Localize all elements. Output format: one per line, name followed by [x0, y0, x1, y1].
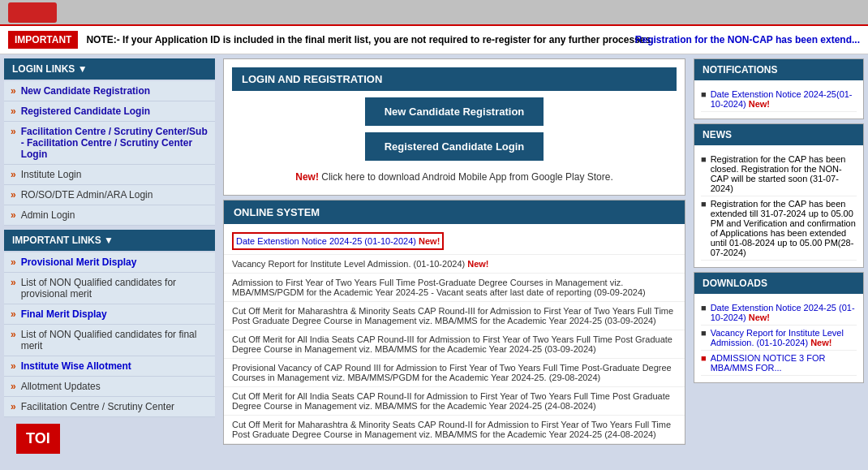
sidebar-item-registered-login[interactable]: » Registered Candidate Login — [4, 101, 215, 122]
download-link-2: ADMISSION NOTICE 3 FOR MBA/MMS FOR... — [711, 353, 857, 373]
bullet-icon: ■ — [701, 303, 707, 313]
download-link-0: Date Extenstion Notice 2024-25 (01-10-20… — [711, 303, 857, 322]
bullet-icon: ■ — [701, 89, 707, 99]
news-text-5: Provisional Vacancy of CAP Round III for… — [232, 363, 672, 382]
news-item-2[interactable]: Admission to First Year of Two Years Ful… — [224, 274, 685, 302]
arrow-icon: » — [11, 169, 16, 180]
bullet-icon: ■ — [701, 353, 707, 363]
online-header: ONLINE SYSTEM — [224, 201, 685, 224]
sidebar-item-provisional-merit[interactable]: » Provisional Merit Display — [4, 252, 215, 273]
login-links-header[interactable]: LOGIN LINKS ▼ — [4, 58, 215, 80]
sidebar-item-scrutiny[interactable]: » Facilitation Centre / Scrutiny Center — [4, 397, 215, 417]
news-item-4[interactable]: Cut Off Merit for All India Seats CAP Ro… — [224, 330, 685, 359]
news-item-0[interactable]: Date Extenstion Notice 2024-25 (01-10-20… — [224, 228, 685, 255]
notifications-section: NOTIFICATIONS ■ Date Extenstion Notice 2… — [694, 58, 864, 119]
notice-link-0: Date Extenstion Notice 2024-25 (01-10-20… — [236, 236, 416, 246]
top-banner — [0, 0, 868, 24]
right-news-text-0: Registration for the CAP has been closed… — [711, 154, 857, 193]
sidebar-item-ro-login[interactable]: » RO/SO/DTE Admin/ARA Login — [4, 185, 215, 205]
sidebar-link-facilitation: Facilitation Centre / Scrutiny Center/Su… — [21, 126, 208, 160]
arrow-icon: » — [11, 85, 16, 97]
sidebar-label-non-qualified-final: List of NON Qualified candidates for fin… — [21, 329, 208, 351]
notice-right-text: Registration for the NON-CAP has been ex… — [635, 34, 860, 45]
downloads-header: DOWNLOADS — [694, 273, 863, 294]
notifications-header: NOTIFICATIONS — [694, 59, 863, 80]
important-label: IMPORTANT — [8, 31, 78, 49]
arrow-icon: » — [11, 381, 16, 392]
bullet-icon: ■ — [701, 328, 707, 338]
sidebar-item-allotment-updates[interactable]: » Allotment Updates — [4, 377, 215, 397]
sidebar-item-final-merit[interactable]: » Final Merit Display — [4, 304, 215, 325]
notification-link-0: Date Extenstion Notice 2024-25(01-10-202… — [711, 89, 857, 109]
right-sidebar: NOTIFICATIONS ■ Date Extenstion Notice 2… — [690, 54, 868, 470]
right-news-1[interactable]: ■ Registration for the CAP has been exte… — [701, 196, 857, 261]
sidebar-link-provisional: Provisional Merit Display — [21, 257, 137, 268]
notifications-content: ■ Date Extenstion Notice 2024-25(01-10-2… — [694, 80, 863, 119]
notice-text: NOTE:- If your Application ID is include… — [86, 34, 653, 45]
downloads-content: ■ Date Extenstion Notice 2024-25 (01-10-… — [694, 294, 863, 382]
sidebar-label-institute: Institute Login — [21, 169, 82, 180]
new-candidate-btn[interactable]: New Candidate Registration — [365, 97, 544, 126]
login-registration-box: LOGIN AND REGISTRATION New Candidate Reg… — [223, 58, 685, 196]
arrow-icon: » — [11, 189, 16, 201]
bullet-icon: ■ — [701, 199, 707, 209]
download-0[interactable]: ■ Date Extenstion Notice 2024-25 (01-10-… — [701, 300, 857, 326]
news-text-2: Admission to First Year of Two Years Ful… — [232, 278, 646, 297]
arrow-icon: » — [11, 329, 16, 340]
new-badge-0: New! — [419, 236, 440, 246]
news-header: NEWS — [694, 124, 863, 145]
center-content: LOGIN AND REGISTRATION New Candidate Reg… — [219, 54, 690, 470]
news-item-1[interactable]: Vacancy Report for Institute Level Admis… — [224, 255, 685, 274]
sidebar-item-admin-login[interactable]: » Admin Login — [4, 205, 215, 226]
sidebar-item-institute-allotment[interactable]: » Institute Wise Allotment — [4, 356, 215, 377]
arrow-icon: » — [11, 277, 16, 288]
news-text-6: Cut Off Merit for All India Seats CAP Ro… — [232, 391, 670, 411]
news-item-7[interactable]: Cut Off Merit for Maharashtra & Minority… — [224, 416, 685, 444]
news-text-4: Cut Off Merit for All India Seats CAP Ro… — [232, 334, 672, 354]
new-label: New! — [295, 171, 319, 183]
news-item-6[interactable]: Cut Off Merit for All India Seats CAP Ro… — [224, 387, 685, 416]
right-news-0[interactable]: ■ Registration for the CAP has been clos… — [701, 152, 857, 196]
arrow-icon: » — [11, 257, 16, 268]
news-item-3[interactable]: Cut Off Merit for Maharashtra & Minority… — [224, 302, 685, 330]
news-content: ■ Registration for the CAP has been clos… — [694, 145, 863, 267]
sidebar-link-new-candidate: New Candidate Registration — [21, 85, 150, 97]
sidebar-item-non-qualified-provisional[interactable]: » List of NON Qualified candidates for p… — [4, 273, 215, 304]
sidebar-label-scrutiny: Facilitation Centre / Scrutiny Center — [21, 401, 174, 412]
logo — [8, 2, 57, 23]
mobile-app-notice: New! Click here to download Android Mobi… — [232, 167, 677, 187]
sidebar-link-registered: Registered Candidate Login — [21, 106, 150, 117]
sidebar-label-ro: RO/SO/DTE Admin/ARA Login — [21, 189, 153, 201]
sidebar-link-allotment: Institute Wise Allotment — [21, 360, 131, 372]
right-news-text-1: Registration for the CAP has been extend… — [711, 199, 857, 257]
mobile-app-text: Click here to download Android Mobile Ap… — [321, 171, 613, 183]
sidebar-label-allotment-updates: Allotment Updates — [21, 381, 101, 392]
sidebar-label-admin: Admin Login — [21, 209, 75, 221]
registered-login-btn[interactable]: Registered Candidate Login — [365, 132, 544, 161]
login-header: LOGIN AND REGISTRATION — [232, 67, 677, 91]
highlighted-notice: Date Extenstion Notice 2024-25 (01-10-20… — [232, 232, 444, 250]
notification-0[interactable]: ■ Date Extenstion Notice 2024-25(01-10-2… — [701, 87, 857, 112]
sidebar-item-facilitation[interactable]: » Facilitation Centre / Scrutiny Center/… — [4, 122, 215, 165]
news-item-5[interactable]: Provisional Vacancy of CAP Round III for… — [224, 359, 685, 387]
important-links-header[interactable]: IMPORTANT LINKS ▼ — [4, 230, 215, 251]
download-1[interactable]: ■ Vacancy Report for Institute Level Adm… — [701, 326, 857, 351]
toi-badge: TOI — [16, 424, 60, 454]
arrow-icon: » — [11, 401, 16, 412]
arrow-icon: » — [11, 106, 16, 117]
online-system-box: ONLINE SYSTEM Date Extenstion Notice 202… — [223, 200, 685, 445]
arrow-icon: » — [11, 308, 16, 320]
sidebar-item-institute-login[interactable]: » Institute Login — [4, 165, 215, 185]
main-layout: LOGIN LINKS ▼ » New Candidate Registrati… — [0, 54, 868, 470]
news-text-7: Cut Off Merit for Maharashtra & Minority… — [232, 420, 671, 439]
sidebar-item-new-candidate[interactable]: » New Candidate Registration — [4, 81, 215, 101]
new-badge-1: New! — [467, 259, 488, 269]
download-2[interactable]: ■ ADMISSION NOTICE 3 FOR MBA/MMS FOR... — [701, 351, 857, 376]
arrow-icon: » — [11, 126, 16, 137]
sidebar-link-final: Final Merit Display — [21, 308, 107, 320]
downloads-section: DOWNLOADS ■ Date Extenstion Notice 2024-… — [694, 272, 864, 383]
sidebar-item-non-qualified-final[interactable]: » List of NON Qualified candidates for f… — [4, 325, 215, 356]
news-section: NEWS ■ Registration for the CAP has been… — [694, 123, 864, 268]
sidebar-label-non-qualified-prov: List of NON Qualified candidates for pro… — [21, 277, 208, 300]
download-link-1: Vacancy Report for Institute Level Admis… — [711, 328, 857, 347]
